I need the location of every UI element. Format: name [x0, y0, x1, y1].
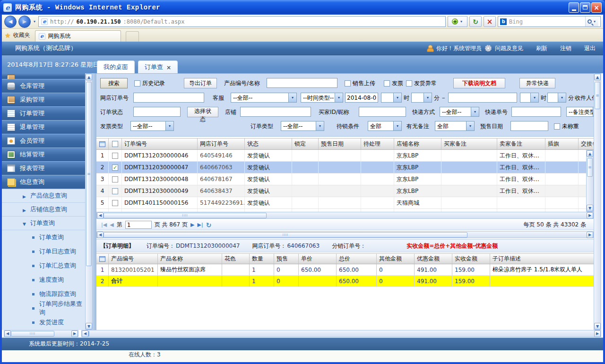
time-type-select[interactable]: --时间类型--: [301, 93, 343, 103]
sales-upload-checkbox[interactable]: 销售上传: [345, 78, 375, 88]
download-doc-button[interactable]: 下载说明文档: [453, 78, 505, 88]
tab-close-icon[interactable]: [166, 64, 171, 71]
scroll-up-arrow[interactable]: [594, 74, 601, 80]
grid-vertical-scrollbar[interactable]: [586, 150, 594, 212]
detail-row[interactable]: 1 813200105201 臻品竹丝双面凉席 1 0 650.00 650.0…: [96, 264, 594, 276]
product-input[interactable]: [267, 78, 337, 88]
reload-grid-icon[interactable]: [206, 221, 212, 229]
sidebar-item-warehouse[interactable]: 仓库管理: [2, 79, 85, 93]
tab-order-query[interactable]: 订单查: [138, 61, 178, 73]
refresh-button[interactable]: [469, 16, 482, 27]
hour-to-select[interactable]: [520, 93, 539, 103]
page-horizontal-scrollbar[interactable]: [81, 330, 601, 337]
date-to-input[interactable]: [448, 93, 517, 103]
sidebar-leaf-speed-query[interactable]: 速度查询: [2, 273, 85, 287]
col-other-amount[interactable]: 其他金额: [377, 254, 415, 264]
row-checkbox[interactable]: [112, 188, 118, 194]
scroll-thumb[interactable]: [104, 232, 467, 238]
note-type-select[interactable]: --备注类型: [566, 107, 594, 117]
col-status[interactable]: 状态: [245, 139, 292, 149]
col-product-code[interactable]: 产品编号: [109, 254, 158, 264]
checkbox-icon[interactable]: [406, 80, 412, 87]
export-orders-button[interactable]: 导出订单: [184, 78, 217, 88]
scroll-left-arrow[interactable]: [97, 212, 104, 219]
back-button[interactable]: ◀: [4, 16, 17, 28]
last-page-icon[interactable]: [197, 222, 203, 228]
scroll-left-arrow[interactable]: [82, 330, 88, 337]
sidebar-leaf-order-summary[interactable]: 订单汇总查询: [2, 259, 85, 273]
new-tab-stub[interactable]: [126, 31, 139, 42]
col-color[interactable]: 花色: [222, 254, 250, 264]
row-checkbox[interactable]: [112, 153, 118, 159]
search-button[interactable]: 搜索: [100, 78, 128, 88]
scroll-right-arrow[interactable]: [587, 212, 593, 219]
sidebar-leaf-ship-progress[interactable]: 发货进度: [2, 315, 85, 329]
close-button[interactable]: ×: [591, 2, 602, 13]
ship-abnormal-checkbox[interactable]: 发货异常: [406, 78, 437, 88]
select-status-button[interactable]: 选择状态: [187, 107, 218, 117]
tab-my-desktop[interactable]: 我的桌面: [97, 61, 135, 73]
hour-from-select[interactable]: [381, 93, 402, 103]
col-product-name[interactable]: 产品名称: [158, 254, 222, 264]
scroll-down-arrow[interactable]: [86, 323, 92, 329]
col-buyer-note[interactable]: 买家备注: [441, 139, 497, 149]
scroll-thumb[interactable]: [86, 82, 92, 266]
row-checkbox[interactable]: [112, 176, 118, 182]
table-row[interactable]: 4 DDMT1312030000049 640638437 发货确认 京东LBP…: [96, 185, 586, 197]
history-checkbox[interactable]: 历史记录: [134, 78, 165, 88]
search-box[interactable]: b Bing: [498, 16, 601, 27]
sidebar-leaf-order-log[interactable]: 订单日志查询: [2, 244, 85, 259]
page-number-input[interactable]: [125, 221, 152, 229]
logout-link[interactable]: 注销: [560, 44, 571, 52]
express-no-input[interactable]: [511, 107, 561, 117]
scroll-right-arrow[interactable]: [587, 232, 593, 238]
sidebar-sub-product-info[interactable]: 产品信息查询: [2, 189, 85, 203]
col-suborder-desc[interactable]: 子订单描述: [490, 254, 594, 264]
col-seller-note[interactable]: 卖家备注: [497, 139, 545, 149]
sidebar-item-clipped[interactable]: [2, 73, 85, 79]
scroll-left-arrow[interactable]: [4, 330, 11, 337]
feedback-link[interactable]: 问题及意见: [495, 44, 523, 52]
checkbox-icon[interactable]: [345, 80, 351, 87]
table-row-selected[interactable]: 2 DDMT1312030000047 640667063 发货确认 京东LBP…: [96, 162, 586, 173]
invoice-type-select[interactable]: --全部--: [130, 121, 174, 131]
sidebar-item-return[interactable]: 退单管理: [2, 121, 85, 134]
minute-to-select[interactable]: [547, 93, 566, 103]
col-shop-order-no[interactable]: 网店订单号: [198, 139, 245, 149]
date-from-input[interactable]: [345, 93, 378, 103]
express-select[interactable]: --全部--: [440, 107, 479, 117]
sidebar-sub-order-query[interactable]: 订单查询: [2, 217, 85, 230]
grid-horizontal-scrollbar[interactable]: [96, 212, 594, 219]
scroll-left-arrow[interactable]: [97, 232, 104, 238]
forward-button[interactable]: ▶: [18, 16, 31, 28]
sidebar-item-info-query[interactable]: 信息查询: [2, 175, 85, 189]
buyer-input[interactable]: [359, 107, 406, 117]
abnormal-express-button[interactable]: 异常快递: [519, 78, 555, 88]
col-quantity[interactable]: 数量: [250, 254, 274, 264]
sidebar-leaf-order-query[interactable]: 订单查询: [2, 230, 85, 244]
col-lock[interactable]: 锁定: [292, 139, 319, 149]
scroll-right-arrow[interactable]: [594, 330, 601, 337]
checkbox-icon[interactable]: [134, 80, 140, 87]
sidebar-leaf-logistics-track[interactable]: 物流跟踪查询: [2, 287, 85, 301]
scroll-thumb[interactable]: [587, 158, 593, 177]
col-received-amount[interactable]: 实收金额: [452, 254, 490, 264]
scroll-right-arrow[interactable]: [71, 330, 78, 337]
col-order-no[interactable]: 订单编号: [122, 139, 198, 149]
sidebar-horizontal-scrollbar[interactable]: [4, 330, 78, 337]
minute-from-select[interactable]: [411, 93, 432, 103]
url-field[interactable]: e http://60.190.21.150:8080/Default.aspx: [38, 16, 446, 27]
favorites-button[interactable]: 收藏夹: [5, 29, 30, 42]
col-flag[interactable]: 插旗: [545, 139, 579, 149]
maximize-button[interactable]: [580, 2, 590, 13]
sidebar-leaf-sync-result[interactable]: 订单同步结果查询: [2, 301, 85, 315]
prev-page-icon[interactable]: [110, 222, 113, 228]
row-checkbox[interactable]: [112, 200, 118, 206]
panel-vertical-scrollbar[interactable]: [594, 73, 601, 330]
col-discount-amount[interactable]: 优惠金额: [415, 254, 452, 264]
table-row[interactable]: 5 DDMT1401150000156 517449223691… 发货确认 天…: [96, 197, 586, 209]
sidebar-sub-shop-info[interactable]: 店铺信息查询: [2, 203, 85, 217]
next-page-icon[interactable]: [190, 222, 194, 228]
row-checkbox-checked[interactable]: [112, 165, 118, 171]
sidebar-item-settlement[interactable]: 结算管理: [2, 148, 85, 162]
